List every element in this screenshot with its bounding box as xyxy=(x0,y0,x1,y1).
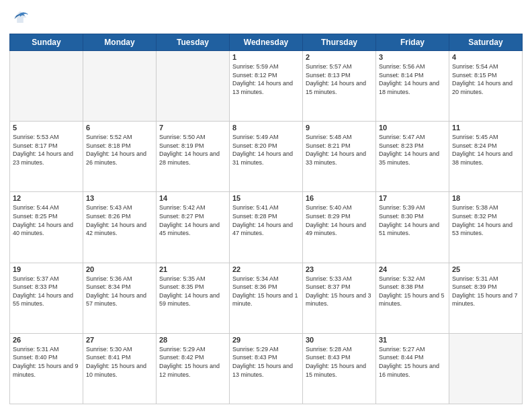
day-number: 28 xyxy=(159,336,226,344)
calendar-day-cell xyxy=(157,51,230,122)
calendar-day-cell: 11Sunrise: 5:45 AMSunset: 8:24 PMDayligh… xyxy=(449,122,523,192)
day-number: 5 xyxy=(13,124,80,132)
day-number: 7 xyxy=(159,124,226,132)
day-number: 22 xyxy=(232,265,300,273)
day-number: 14 xyxy=(159,194,226,202)
calendar-day-cell: 24Sunrise: 5:32 AMSunset: 8:38 PMDayligh… xyxy=(376,263,449,333)
logo xyxy=(9,7,34,28)
day-number: 4 xyxy=(452,53,519,61)
calendar-day-cell: 1Sunrise: 5:59 AMSunset: 8:12 PMDaylight… xyxy=(230,51,303,122)
calendar-day-cell: 26Sunrise: 5:31 AMSunset: 8:40 PMDayligh… xyxy=(10,333,83,404)
day-info: Sunrise: 5:39 AMSunset: 8:30 PMDaylight:… xyxy=(379,203,446,237)
day-info: Sunrise: 5:49 AMSunset: 8:20 PMDaylight:… xyxy=(232,133,300,167)
calendar-week-row: 12Sunrise: 5:44 AMSunset: 8:25 PMDayligh… xyxy=(10,192,523,263)
calendar-week-row: 5Sunrise: 5:53 AMSunset: 8:17 PMDaylight… xyxy=(10,122,523,192)
calendar-body: 1Sunrise: 5:59 AMSunset: 8:12 PMDaylight… xyxy=(10,51,523,404)
calendar-day-cell: 6Sunrise: 5:52 AMSunset: 8:18 PMDaylight… xyxy=(83,122,157,192)
day-number: 29 xyxy=(232,336,300,344)
calendar-table: SundayMondayTuesdayWednesdayThursdayFrid… xyxy=(9,34,523,404)
calendar-day-cell xyxy=(10,51,83,122)
day-info: Sunrise: 5:29 AMSunset: 8:43 PMDaylight:… xyxy=(232,345,300,379)
day-info: Sunrise: 5:36 AMSunset: 8:34 PMDaylight:… xyxy=(86,275,153,308)
calendar-header-cell: Saturday xyxy=(449,34,523,51)
day-number: 8 xyxy=(232,124,300,132)
day-info: Sunrise: 5:41 AMSunset: 8:28 PMDaylight:… xyxy=(232,203,300,237)
page: SundayMondayTuesdayWednesdayThursdayFrid… xyxy=(0,0,532,411)
calendar-header-row: SundayMondayTuesdayWednesdayThursdayFrid… xyxy=(10,34,523,51)
calendar-day-cell: 9Sunrise: 5:48 AMSunset: 8:21 PMDaylight… xyxy=(303,122,376,192)
day-info: Sunrise: 5:48 AMSunset: 8:21 PMDaylight:… xyxy=(306,133,373,167)
day-info: Sunrise: 5:56 AMSunset: 8:14 PMDaylight:… xyxy=(379,62,446,96)
calendar-week-row: 1Sunrise: 5:59 AMSunset: 8:12 PMDaylight… xyxy=(10,51,523,122)
calendar-day-cell: 16Sunrise: 5:40 AMSunset: 8:29 PMDayligh… xyxy=(303,192,376,263)
day-number: 6 xyxy=(86,124,153,132)
generalblue-logo-icon xyxy=(9,7,31,28)
day-number: 10 xyxy=(379,124,446,132)
day-number: 24 xyxy=(379,265,446,273)
day-info: Sunrise: 5:32 AMSunset: 8:38 PMDaylight:… xyxy=(379,275,446,308)
calendar-day-cell: 31Sunrise: 5:27 AMSunset: 8:44 PMDayligh… xyxy=(376,333,449,404)
day-number: 2 xyxy=(306,53,373,61)
day-number: 19 xyxy=(13,265,80,273)
day-info: Sunrise: 5:42 AMSunset: 8:27 PMDaylight:… xyxy=(159,203,226,237)
day-number: 21 xyxy=(159,265,226,273)
day-info: Sunrise: 5:45 AMSunset: 8:24 PMDaylight:… xyxy=(452,133,519,167)
calendar-day-cell: 28Sunrise: 5:29 AMSunset: 8:42 PMDayligh… xyxy=(157,333,230,404)
day-info: Sunrise: 5:57 AMSunset: 8:13 PMDaylight:… xyxy=(306,62,373,96)
calendar-day-cell: 13Sunrise: 5:43 AMSunset: 8:26 PMDayligh… xyxy=(83,192,157,263)
calendar-day-cell: 19Sunrise: 5:37 AMSunset: 8:33 PMDayligh… xyxy=(10,263,83,333)
day-number: 12 xyxy=(13,194,80,202)
calendar-day-cell: 12Sunrise: 5:44 AMSunset: 8:25 PMDayligh… xyxy=(10,192,83,263)
calendar-day-cell: 3Sunrise: 5:56 AMSunset: 8:14 PMDaylight… xyxy=(376,51,449,122)
calendar-header-cell: Tuesday xyxy=(157,34,230,51)
day-info: Sunrise: 5:29 AMSunset: 8:42 PMDaylight:… xyxy=(159,345,226,379)
day-info: Sunrise: 5:28 AMSunset: 8:43 PMDaylight:… xyxy=(306,345,373,379)
calendar-day-cell: 25Sunrise: 5:31 AMSunset: 8:39 PMDayligh… xyxy=(449,263,523,333)
day-info: Sunrise: 5:31 AMSunset: 8:40 PMDaylight:… xyxy=(13,345,80,379)
day-number: 17 xyxy=(379,194,446,202)
calendar-header-cell: Friday xyxy=(376,34,449,51)
calendar-header-cell: Thursday xyxy=(303,34,376,51)
calendar-day-cell: 7Sunrise: 5:50 AMSunset: 8:19 PMDaylight… xyxy=(157,122,230,192)
day-number: 20 xyxy=(86,265,153,273)
calendar-day-cell: 14Sunrise: 5:42 AMSunset: 8:27 PMDayligh… xyxy=(157,192,230,263)
day-number: 27 xyxy=(86,336,153,344)
calendar-day-cell: 17Sunrise: 5:39 AMSunset: 8:30 PMDayligh… xyxy=(376,192,449,263)
calendar-day-cell: 22Sunrise: 5:34 AMSunset: 8:36 PMDayligh… xyxy=(230,263,303,333)
day-number: 13 xyxy=(86,194,153,202)
day-info: Sunrise: 5:34 AMSunset: 8:36 PMDaylight:… xyxy=(232,275,300,308)
calendar-day-cell: 18Sunrise: 5:38 AMSunset: 8:32 PMDayligh… xyxy=(449,192,523,263)
day-info: Sunrise: 5:30 AMSunset: 8:41 PMDaylight:… xyxy=(86,345,153,379)
day-number: 31 xyxy=(379,336,446,344)
day-number: 25 xyxy=(452,265,519,273)
day-info: Sunrise: 5:43 AMSunset: 8:26 PMDaylight:… xyxy=(86,203,153,237)
calendar-header-cell: Monday xyxy=(83,34,157,51)
day-number: 3 xyxy=(379,53,446,61)
day-info: Sunrise: 5:59 AMSunset: 8:12 PMDaylight:… xyxy=(232,62,300,96)
calendar-day-cell: 29Sunrise: 5:29 AMSunset: 8:43 PMDayligh… xyxy=(230,333,303,404)
header xyxy=(9,7,523,28)
day-info: Sunrise: 5:35 AMSunset: 8:35 PMDaylight:… xyxy=(159,275,226,308)
day-info: Sunrise: 5:47 AMSunset: 8:23 PMDaylight:… xyxy=(379,133,446,167)
day-info: Sunrise: 5:44 AMSunset: 8:25 PMDaylight:… xyxy=(13,203,80,237)
calendar-header-cell: Wednesday xyxy=(230,34,303,51)
day-info: Sunrise: 5:53 AMSunset: 8:17 PMDaylight:… xyxy=(13,133,80,167)
calendar-day-cell: 8Sunrise: 5:49 AMSunset: 8:20 PMDaylight… xyxy=(230,122,303,192)
calendar-day-cell xyxy=(449,333,523,404)
day-info: Sunrise: 5:33 AMSunset: 8:37 PMDaylight:… xyxy=(306,275,373,308)
day-number: 26 xyxy=(13,336,80,344)
day-number: 9 xyxy=(306,124,373,132)
day-number: 1 xyxy=(232,53,300,61)
calendar-day-cell xyxy=(83,51,157,122)
day-info: Sunrise: 5:54 AMSunset: 8:15 PMDaylight:… xyxy=(452,62,519,96)
day-number: 16 xyxy=(306,194,373,202)
day-info: Sunrise: 5:37 AMSunset: 8:33 PMDaylight:… xyxy=(13,275,80,308)
calendar-day-cell: 20Sunrise: 5:36 AMSunset: 8:34 PMDayligh… xyxy=(83,263,157,333)
calendar-day-cell: 4Sunrise: 5:54 AMSunset: 8:15 PMDaylight… xyxy=(449,51,523,122)
calendar-week-row: 19Sunrise: 5:37 AMSunset: 8:33 PMDayligh… xyxy=(10,263,523,333)
day-info: Sunrise: 5:50 AMSunset: 8:19 PMDaylight:… xyxy=(159,133,226,167)
day-info: Sunrise: 5:52 AMSunset: 8:18 PMDaylight:… xyxy=(86,133,153,167)
calendar-day-cell: 10Sunrise: 5:47 AMSunset: 8:23 PMDayligh… xyxy=(376,122,449,192)
day-number: 11 xyxy=(452,124,519,132)
day-number: 18 xyxy=(452,194,519,202)
